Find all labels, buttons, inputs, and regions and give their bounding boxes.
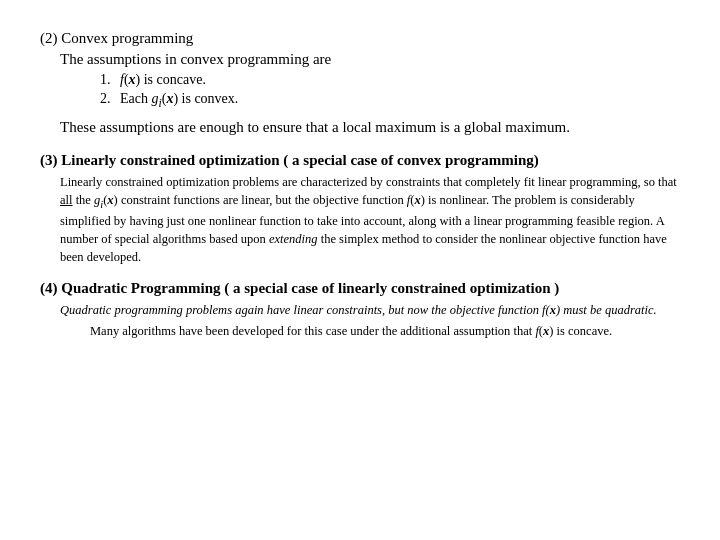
assumption-1: 1. f(x) is concave. xyxy=(100,72,680,88)
section-3-header: (3) Linearly constrained optimization ( … xyxy=(40,152,680,169)
assumptions-list: 1. f(x) is concave. 2. Each gi(x) is con… xyxy=(100,72,680,110)
section-4-normal-text: Many algorithms have been developed for … xyxy=(90,324,612,338)
section-3-body: Linearly constrained optimization proble… xyxy=(60,173,680,266)
assumption-2-x: x xyxy=(166,91,173,106)
section-4-header: (4) Quadratic Programming ( a special ca… xyxy=(40,280,680,297)
section-4-body-normal: Many algorithms have been developed for … xyxy=(90,322,680,340)
assumption-2: 2. Each gi(x) is convex. xyxy=(100,91,680,110)
section-2-conclusion: These assumptions are enough to ensure t… xyxy=(60,116,680,139)
section-2: (2) Convex programming The assumptions i… xyxy=(40,30,680,138)
assumption-1-f: f xyxy=(120,72,124,87)
page: (2) Convex programming The assumptions i… xyxy=(0,0,720,374)
section-2-title: (2) Convex programming xyxy=(40,30,193,46)
section-4-italic-text: Quadratic programming problems again hav… xyxy=(60,303,657,317)
assumption-2-sub: i xyxy=(158,97,161,110)
section-3-body-text: Linearly constrained optimization proble… xyxy=(60,175,677,264)
assumption-2-number: 2. xyxy=(100,91,120,107)
section-2-intro: The assumptions in convex programming ar… xyxy=(60,51,680,68)
section-2-intro-text: The assumptions in convex programming ar… xyxy=(60,51,331,67)
section-3: (3) Linearly constrained optimization ( … xyxy=(40,152,680,266)
section-4: (4) Quadratic Programming ( a special ca… xyxy=(40,280,680,339)
section-2-conclusion-text: These assumptions are enough to ensure t… xyxy=(60,119,570,135)
section-4-body-italic: Quadratic programming problems again hav… xyxy=(60,301,680,319)
assumption-2-text: Each gi(x) is convex. xyxy=(120,91,238,110)
assumption-1-x: x xyxy=(129,72,136,87)
assumption-1-number: 1. xyxy=(100,72,120,88)
all-underline: all xyxy=(60,193,73,207)
section-4-title: (4) Quadratic Programming ( a special ca… xyxy=(40,280,559,296)
section-3-title: (3) Linearly constrained optimization ( … xyxy=(40,152,539,168)
assumption-1-text: f(x) is concave. xyxy=(120,72,206,88)
section-2-header: (2) Convex programming xyxy=(40,30,680,47)
